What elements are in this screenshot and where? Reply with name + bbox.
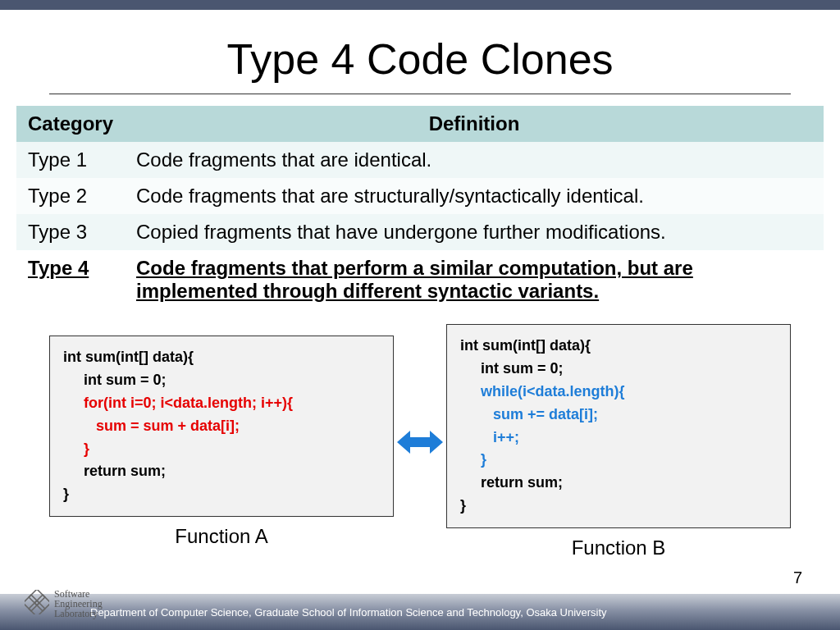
cell-category: Type 1 [16, 142, 125, 178]
code-line-highlight: sum += data[i]; [460, 406, 598, 422]
lab-logo: Software Engineering Laboratory [25, 589, 103, 619]
code-line: return sum; [63, 463, 166, 479]
code-line: int sum = 0; [63, 372, 167, 388]
table-row-highlighted: Type 4 Code fragments that perform a sim… [16, 250, 824, 309]
footer-text: Department of Computer Science, Graduate… [90, 606, 607, 619]
top-bar [0, 0, 840, 10]
code-comparison: int sum(int[] data){ int sum = 0; for(in… [0, 324, 840, 559]
code-line-highlight: while(i<data.length){ [460, 383, 625, 399]
code-line-highlight: i++; [460, 429, 519, 445]
cell-definition: Code fragments that are structurally/syn… [125, 178, 824, 214]
cell-category: Type 3 [16, 214, 125, 250]
code-line: return sum; [460, 474, 563, 491]
cell-definition: Code fragments that perform a similar co… [125, 250, 824, 309]
title-rule [49, 94, 791, 94]
code-block-b: int sum(int[] data){ int sum = 0; while(… [446, 324, 791, 559]
lab-logo-text: Software Engineering Laboratory [54, 589, 103, 619]
function-label-b: Function B [572, 536, 666, 559]
code-line: int sum(int[] data){ [63, 349, 194, 365]
svg-rect-4 [34, 595, 49, 611]
cell-definition: Copied fragments that have undergone fur… [125, 214, 824, 250]
lab-logo-icon [25, 590, 49, 618]
svg-rect-3 [25, 595, 39, 611]
code-line: int sum = 0; [460, 360, 564, 377]
cell-category: Type 4 [16, 250, 125, 309]
page-number: 7 [793, 568, 802, 587]
table-row: Type 3 Copied fragments that have underg… [16, 214, 824, 250]
code-box-b: int sum(int[] data){ int sum = 0; while(… [446, 324, 791, 528]
cell-definition: Code fragments that are identical. [125, 142, 824, 178]
code-line-highlight: for(int i=0; i<data.length; i++){ [63, 395, 293, 411]
code-line: int sum(int[] data){ [460, 337, 591, 354]
header-category: Category [16, 106, 125, 142]
code-line: } [63, 486, 69, 502]
svg-rect-1 [29, 590, 45, 605]
bidirectional-arrow-icon [397, 427, 443, 457]
code-line-highlight: sum = sum + data[i]; [63, 418, 240, 434]
table-row: Type 1 Code fragments that are identical… [16, 142, 824, 178]
code-line: } [460, 497, 466, 514]
code-line-highlight: } [460, 451, 486, 468]
table-header-row: Category Definition [16, 106, 824, 142]
footer-bar: Department of Computer Science, Graduate… [0, 594, 840, 630]
clone-types-table: Category Definition Type 1 Code fragment… [16, 106, 824, 309]
header-definition: Definition [125, 106, 824, 142]
slide-title: Type 4 Code Clones [0, 34, 840, 84]
cell-category: Type 2 [16, 178, 125, 214]
code-block-a: int sum(int[] data){ int sum = 0; for(in… [49, 336, 394, 548]
code-line-highlight: } [63, 441, 89, 457]
function-label-a: Function A [175, 525, 267, 548]
table-row: Type 2 Code fragments that are structura… [16, 178, 824, 214]
svg-rect-2 [29, 600, 45, 614]
svg-marker-0 [397, 431, 443, 454]
code-box-a: int sum(int[] data){ int sum = 0; for(in… [49, 336, 394, 517]
